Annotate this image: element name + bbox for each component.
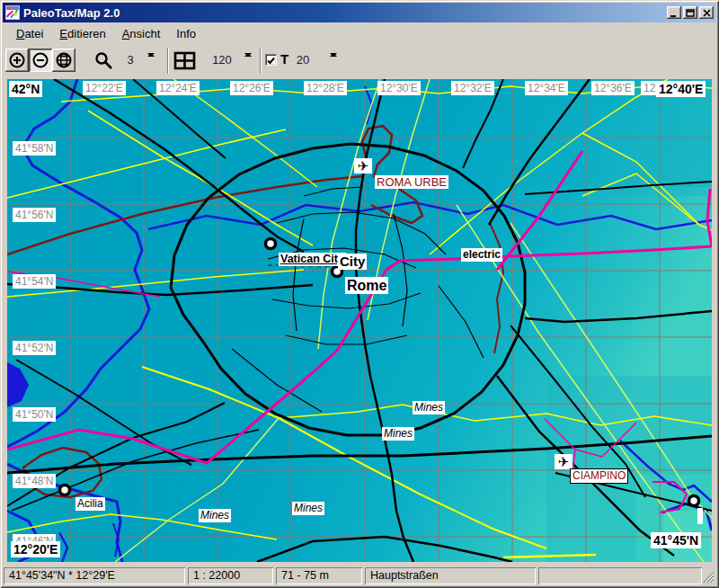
- close-button[interactable]: [699, 6, 714, 19]
- lat-label: 41°56'N: [13, 208, 56, 222]
- label-vatican-city: Vatican City: [279, 253, 346, 266]
- status-layer: Hauptstraßen: [365, 567, 536, 584]
- airplane-icon: ✈: [354, 158, 372, 174]
- corner-label-1240e: 12°40'E: [656, 81, 706, 97]
- lon-label: 12°36'E: [591, 81, 635, 95]
- label-size-value: 20: [292, 53, 314, 67]
- zoom-out-icon: [31, 51, 49, 69]
- menu-bar: Datei Editieren Ansicht Info: [3, 24, 716, 43]
- town-marker: [689, 496, 699, 506]
- lon-label: 12°32'E: [451, 81, 494, 95]
- grid-spacing-value: 120: [208, 53, 236, 67]
- minimize-icon: [670, 9, 679, 17]
- label-mines: Mines: [199, 509, 231, 522]
- status-empty: [538, 567, 702, 584]
- magnifier-icon: [94, 51, 114, 71]
- label-roma-urbe: ROMA URBE: [375, 175, 448, 189]
- zoom-factor-spinner[interactable]: [143, 49, 158, 71]
- lat-label: 41°58'N: [13, 141, 56, 156]
- label-rome: Rome: [345, 277, 388, 294]
- corner-label-42n: 42°N: [9, 81, 42, 97]
- check-icon: [265, 55, 277, 67]
- marker-bar: [697, 508, 703, 524]
- lon-label: 12°24'E: [156, 81, 200, 95]
- lat-label: 41°54'N: [13, 274, 56, 289]
- text-toggle-label: T: [280, 51, 288, 67]
- label-city: City: [338, 254, 367, 270]
- lon-label: 12°26'E: [230, 81, 273, 95]
- lon-label: 12°28'E: [304, 81, 347, 95]
- maximize-icon: [686, 9, 695, 17]
- label-size-spinner[interactable]: [325, 49, 341, 71]
- lat-label: 41°52'N: [13, 341, 56, 355]
- status-position: 41°45'34"N * 12°29'E: [4, 567, 185, 584]
- zoom-in-button[interactable]: [5, 49, 29, 72]
- app-window: PaleoTax/Map 2.0 Datei Editieren Ansicht…: [0, 0, 719, 588]
- zoom-in-icon: [8, 51, 26, 69]
- lon-label: 12°22'E: [83, 81, 126, 95]
- toolbar: 3 120 T 20: [3, 44, 716, 78]
- status-elevation: 71 - 75 m: [276, 567, 362, 584]
- status-scale: 1 : 22000: [188, 567, 273, 584]
- town-marker: [60, 486, 70, 495]
- label-mines: Mines: [292, 502, 324, 515]
- arrow-down-icon: [244, 53, 252, 57]
- toolbar-separator: [167, 48, 169, 74]
- label-ciampino: CIAMPINO: [570, 468, 628, 484]
- menu-ansicht[interactable]: Ansicht: [114, 25, 169, 42]
- minimize-button[interactable]: [667, 6, 681, 19]
- map-view[interactable]: 42°N 12°22'E 12°24'E 12°26'E 12°28'E 12°…: [7, 79, 712, 562]
- airplane-icon: ✈: [555, 454, 573, 469]
- menu-info[interactable]: Info: [168, 25, 204, 42]
- label-mines: Mines: [413, 401, 445, 414]
- lon-label: 12°34'E: [525, 81, 568, 95]
- window-title: PaleoTax/Map 2.0: [23, 6, 665, 20]
- title-bar[interactable]: PaleoTax/Map 2.0: [3, 3, 716, 22]
- app-icon: [5, 5, 20, 20]
- globe-icon: [55, 51, 73, 69]
- grid-spacing-spinner[interactable]: [240, 49, 255, 71]
- map-canvas[interactable]: [7, 79, 712, 562]
- menu-editieren[interactable]: Editieren: [51, 25, 113, 42]
- resize-grip[interactable]: [703, 572, 715, 584]
- corner-label-4145n: 41°45'N: [651, 532, 701, 548]
- toolbar-separator: [260, 48, 262, 74]
- label-mines: Mines: [382, 427, 414, 441]
- menu-datei[interactable]: Datei: [8, 25, 51, 42]
- labels-checkbox[interactable]: [265, 54, 277, 66]
- label-acilia: Acilia: [75, 497, 105, 511]
- zoom-out-button[interactable]: [29, 49, 52, 72]
- arrow-down-icon: [147, 53, 155, 57]
- status-bar: 41°45'34"N * 12°29'E 1 : 22000 71 - 75 m…: [3, 565, 716, 585]
- zoom-factor-value: 3: [121, 53, 139, 67]
- lat-label: 41°50'N: [13, 407, 56, 422]
- lon-label: 12°30'E: [377, 81, 421, 95]
- grid-icon: [173, 50, 197, 72]
- corner-label-1220e: 12°20'E: [11, 541, 60, 557]
- close-icon: [703, 9, 711, 17]
- arrow-down-icon: [330, 53, 337, 57]
- globe-button[interactable]: [52, 49, 75, 72]
- label-electric: electric: [461, 248, 502, 262]
- lat-label: 41°48'N: [13, 474, 56, 488]
- town-marker: [266, 239, 276, 249]
- maximize-button[interactable]: [683, 6, 697, 19]
- lon-label-partial: 12°38'E: [641, 81, 656, 95]
